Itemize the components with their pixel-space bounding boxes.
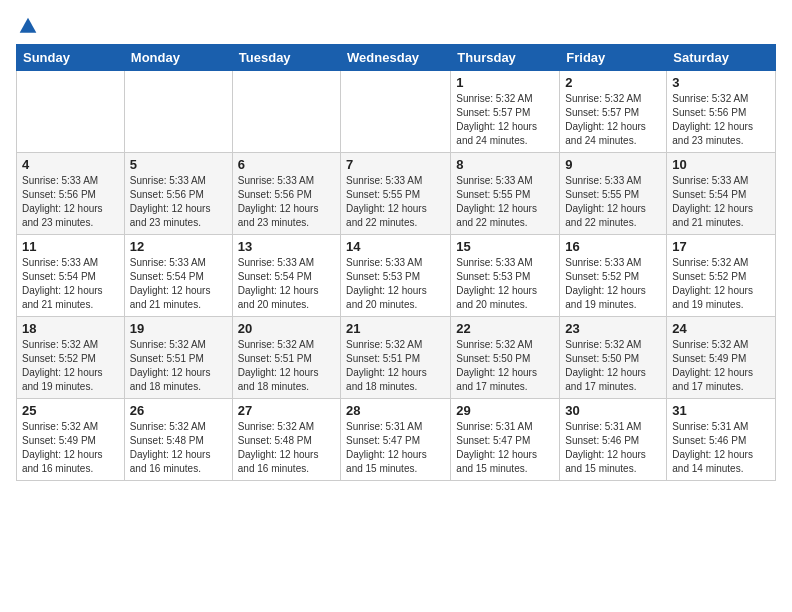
day-number: 1 xyxy=(456,75,554,90)
logo xyxy=(16,16,38,36)
day-number: 6 xyxy=(238,157,335,172)
day-info: Sunrise: 5:32 AM Sunset: 5:50 PM Dayligh… xyxy=(456,338,554,394)
calendar-cell: 24Sunrise: 5:32 AM Sunset: 5:49 PM Dayli… xyxy=(667,317,776,399)
day-number: 29 xyxy=(456,403,554,418)
calendar-cell: 17Sunrise: 5:32 AM Sunset: 5:52 PM Dayli… xyxy=(667,235,776,317)
day-number: 11 xyxy=(22,239,119,254)
day-info: Sunrise: 5:32 AM Sunset: 5:52 PM Dayligh… xyxy=(22,338,119,394)
day-number: 24 xyxy=(672,321,770,336)
calendar-cell: 8Sunrise: 5:33 AM Sunset: 5:55 PM Daylig… xyxy=(451,153,560,235)
day-info: Sunrise: 5:32 AM Sunset: 5:51 PM Dayligh… xyxy=(238,338,335,394)
day-info: Sunrise: 5:32 AM Sunset: 5:49 PM Dayligh… xyxy=(672,338,770,394)
day-info: Sunrise: 5:31 AM Sunset: 5:47 PM Dayligh… xyxy=(456,420,554,476)
calendar-cell: 3Sunrise: 5:32 AM Sunset: 5:56 PM Daylig… xyxy=(667,71,776,153)
day-info: Sunrise: 5:32 AM Sunset: 5:51 PM Dayligh… xyxy=(130,338,227,394)
day-number: 25 xyxy=(22,403,119,418)
day-number: 8 xyxy=(456,157,554,172)
day-info: Sunrise: 5:33 AM Sunset: 5:55 PM Dayligh… xyxy=(346,174,445,230)
days-header-row: SundayMondayTuesdayWednesdayThursdayFrid… xyxy=(17,45,776,71)
day-info: Sunrise: 5:32 AM Sunset: 5:52 PM Dayligh… xyxy=(672,256,770,312)
calendar-cell: 5Sunrise: 5:33 AM Sunset: 5:56 PM Daylig… xyxy=(124,153,232,235)
calendar-cell: 13Sunrise: 5:33 AM Sunset: 5:54 PM Dayli… xyxy=(232,235,340,317)
calendar-cell: 28Sunrise: 5:31 AM Sunset: 5:47 PM Dayli… xyxy=(341,399,451,481)
calendar-table: SundayMondayTuesdayWednesdayThursdayFrid… xyxy=(16,44,776,481)
day-number: 12 xyxy=(130,239,227,254)
day-header-tuesday: Tuesday xyxy=(232,45,340,71)
day-info: Sunrise: 5:32 AM Sunset: 5:56 PM Dayligh… xyxy=(672,92,770,148)
day-info: Sunrise: 5:33 AM Sunset: 5:52 PM Dayligh… xyxy=(565,256,661,312)
day-info: Sunrise: 5:32 AM Sunset: 5:48 PM Dayligh… xyxy=(238,420,335,476)
day-number: 14 xyxy=(346,239,445,254)
calendar-cell: 22Sunrise: 5:32 AM Sunset: 5:50 PM Dayli… xyxy=(451,317,560,399)
calendar-cell: 20Sunrise: 5:32 AM Sunset: 5:51 PM Dayli… xyxy=(232,317,340,399)
day-header-sunday: Sunday xyxy=(17,45,125,71)
day-number: 4 xyxy=(22,157,119,172)
calendar-cell xyxy=(17,71,125,153)
day-info: Sunrise: 5:33 AM Sunset: 5:56 PM Dayligh… xyxy=(238,174,335,230)
calendar-cell: 9Sunrise: 5:33 AM Sunset: 5:55 PM Daylig… xyxy=(560,153,667,235)
day-number: 15 xyxy=(456,239,554,254)
day-info: Sunrise: 5:32 AM Sunset: 5:51 PM Dayligh… xyxy=(346,338,445,394)
day-number: 22 xyxy=(456,321,554,336)
day-number: 13 xyxy=(238,239,335,254)
day-info: Sunrise: 5:33 AM Sunset: 5:56 PM Dayligh… xyxy=(130,174,227,230)
day-number: 7 xyxy=(346,157,445,172)
calendar-cell: 31Sunrise: 5:31 AM Sunset: 5:46 PM Dayli… xyxy=(667,399,776,481)
day-info: Sunrise: 5:31 AM Sunset: 5:46 PM Dayligh… xyxy=(672,420,770,476)
day-info: Sunrise: 5:33 AM Sunset: 5:54 PM Dayligh… xyxy=(672,174,770,230)
day-number: 17 xyxy=(672,239,770,254)
calendar-cell xyxy=(124,71,232,153)
day-info: Sunrise: 5:33 AM Sunset: 5:55 PM Dayligh… xyxy=(565,174,661,230)
day-number: 5 xyxy=(130,157,227,172)
calendar-cell: 23Sunrise: 5:32 AM Sunset: 5:50 PM Dayli… xyxy=(560,317,667,399)
day-number: 10 xyxy=(672,157,770,172)
day-info: Sunrise: 5:32 AM Sunset: 5:48 PM Dayligh… xyxy=(130,420,227,476)
calendar-week-row: 25Sunrise: 5:32 AM Sunset: 5:49 PM Dayli… xyxy=(17,399,776,481)
day-number: 27 xyxy=(238,403,335,418)
svg-marker-0 xyxy=(20,18,37,33)
calendar-cell: 21Sunrise: 5:32 AM Sunset: 5:51 PM Dayli… xyxy=(341,317,451,399)
day-info: Sunrise: 5:32 AM Sunset: 5:57 PM Dayligh… xyxy=(565,92,661,148)
calendar-cell: 19Sunrise: 5:32 AM Sunset: 5:51 PM Dayli… xyxy=(124,317,232,399)
calendar-week-row: 11Sunrise: 5:33 AM Sunset: 5:54 PM Dayli… xyxy=(17,235,776,317)
calendar-cell: 4Sunrise: 5:33 AM Sunset: 5:56 PM Daylig… xyxy=(17,153,125,235)
calendar-cell: 29Sunrise: 5:31 AM Sunset: 5:47 PM Dayli… xyxy=(451,399,560,481)
day-info: Sunrise: 5:31 AM Sunset: 5:46 PM Dayligh… xyxy=(565,420,661,476)
calendar-cell: 7Sunrise: 5:33 AM Sunset: 5:55 PM Daylig… xyxy=(341,153,451,235)
day-header-friday: Friday xyxy=(560,45,667,71)
day-number: 23 xyxy=(565,321,661,336)
day-info: Sunrise: 5:33 AM Sunset: 5:53 PM Dayligh… xyxy=(346,256,445,312)
day-header-saturday: Saturday xyxy=(667,45,776,71)
calendar-cell: 10Sunrise: 5:33 AM Sunset: 5:54 PM Dayli… xyxy=(667,153,776,235)
day-info: Sunrise: 5:33 AM Sunset: 5:54 PM Dayligh… xyxy=(130,256,227,312)
calendar-week-row: 4Sunrise: 5:33 AM Sunset: 5:56 PM Daylig… xyxy=(17,153,776,235)
day-info: Sunrise: 5:33 AM Sunset: 5:56 PM Dayligh… xyxy=(22,174,119,230)
day-number: 19 xyxy=(130,321,227,336)
calendar-cell: 12Sunrise: 5:33 AM Sunset: 5:54 PM Dayli… xyxy=(124,235,232,317)
day-number: 2 xyxy=(565,75,661,90)
calendar-cell: 25Sunrise: 5:32 AM Sunset: 5:49 PM Dayli… xyxy=(17,399,125,481)
calendar-cell xyxy=(232,71,340,153)
day-number: 20 xyxy=(238,321,335,336)
calendar-cell: 11Sunrise: 5:33 AM Sunset: 5:54 PM Dayli… xyxy=(17,235,125,317)
calendar-cell: 26Sunrise: 5:32 AM Sunset: 5:48 PM Dayli… xyxy=(124,399,232,481)
day-number: 30 xyxy=(565,403,661,418)
calendar-cell: 15Sunrise: 5:33 AM Sunset: 5:53 PM Dayli… xyxy=(451,235,560,317)
day-number: 9 xyxy=(565,157,661,172)
calendar-cell: 14Sunrise: 5:33 AM Sunset: 5:53 PM Dayli… xyxy=(341,235,451,317)
day-number: 31 xyxy=(672,403,770,418)
day-info: Sunrise: 5:32 AM Sunset: 5:50 PM Dayligh… xyxy=(565,338,661,394)
day-number: 28 xyxy=(346,403,445,418)
day-number: 26 xyxy=(130,403,227,418)
day-info: Sunrise: 5:33 AM Sunset: 5:54 PM Dayligh… xyxy=(22,256,119,312)
calendar-cell: 30Sunrise: 5:31 AM Sunset: 5:46 PM Dayli… xyxy=(560,399,667,481)
calendar-week-row: 1Sunrise: 5:32 AM Sunset: 5:57 PM Daylig… xyxy=(17,71,776,153)
day-info: Sunrise: 5:32 AM Sunset: 5:57 PM Dayligh… xyxy=(456,92,554,148)
calendar-cell: 6Sunrise: 5:33 AM Sunset: 5:56 PM Daylig… xyxy=(232,153,340,235)
day-number: 3 xyxy=(672,75,770,90)
day-info: Sunrise: 5:32 AM Sunset: 5:49 PM Dayligh… xyxy=(22,420,119,476)
day-info: Sunrise: 5:31 AM Sunset: 5:47 PM Dayligh… xyxy=(346,420,445,476)
calendar-cell: 2Sunrise: 5:32 AM Sunset: 5:57 PM Daylig… xyxy=(560,71,667,153)
day-number: 16 xyxy=(565,239,661,254)
page-header xyxy=(16,16,776,36)
